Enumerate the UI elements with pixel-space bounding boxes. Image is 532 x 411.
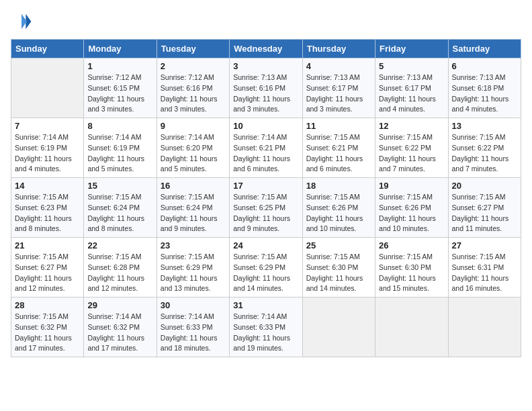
- day-detail: Sunrise: 7:15 AM Sunset: 6:26 PM Dayligh…: [379, 192, 444, 234]
- day-detail: Sunrise: 7:15 AM Sunset: 6:32 PM Dayligh…: [15, 312, 80, 354]
- day-number: 22: [87, 240, 152, 250]
- day-number: 4: [306, 61, 371, 71]
- day-number: 12: [379, 121, 444, 131]
- day-number: 29: [87, 300, 152, 310]
- day-detail: Sunrise: 7:15 AM Sunset: 6:24 PM Dayligh…: [161, 192, 226, 234]
- day-number: 28: [15, 300, 80, 310]
- day-detail: Sunrise: 7:13 AM Sunset: 6:17 PM Dayligh…: [306, 73, 371, 115]
- calendar-cell: 25 Sunrise: 7:15 AM Sunset: 6:30 PM Dayl…: [302, 238, 375, 298]
- calendar-cell: 29 Sunrise: 7:14 AM Sunset: 6:32 PM Dayl…: [84, 298, 157, 357]
- day-detail: Sunrise: 7:15 AM Sunset: 6:23 PM Dayligh…: [15, 192, 80, 234]
- calendar-cell: 10 Sunrise: 7:14 AM Sunset: 6:21 PM Dayl…: [230, 118, 302, 178]
- page-header: [11, 11, 521, 32]
- calendar-cell: 22 Sunrise: 7:15 AM Sunset: 6:28 PM Dayl…: [84, 238, 157, 298]
- day-detail: Sunrise: 7:12 AM Sunset: 6:16 PM Dayligh…: [161, 73, 226, 115]
- calendar-cell: 1 Sunrise: 7:12 AM Sunset: 6:15 PM Dayli…: [84, 58, 157, 118]
- calendar-cell: 31 Sunrise: 7:14 AM Sunset: 6:33 PM Dayl…: [230, 298, 302, 357]
- calendar-cell: 28 Sunrise: 7:15 AM Sunset: 6:32 PM Dayl…: [11, 298, 84, 357]
- day-number: 16: [161, 181, 226, 191]
- day-number: 25: [306, 240, 371, 250]
- day-number: 23: [161, 240, 226, 250]
- calendar-cell: 23 Sunrise: 7:15 AM Sunset: 6:29 PM Dayl…: [157, 238, 229, 298]
- day-number: 7: [15, 121, 80, 131]
- day-detail: Sunrise: 7:15 AM Sunset: 6:26 PM Dayligh…: [306, 192, 371, 234]
- calendar-cell: 12 Sunrise: 7:15 AM Sunset: 6:22 PM Dayl…: [375, 118, 448, 178]
- calendar-cell: 4 Sunrise: 7:13 AM Sunset: 6:17 PM Dayli…: [302, 58, 375, 118]
- day-detail: Sunrise: 7:15 AM Sunset: 6:29 PM Dayligh…: [161, 252, 226, 294]
- day-detail: Sunrise: 7:14 AM Sunset: 6:32 PM Dayligh…: [87, 312, 152, 354]
- calendar-cell: 9 Sunrise: 7:14 AM Sunset: 6:20 PM Dayli…: [157, 118, 229, 178]
- calendar-cell: 3 Sunrise: 7:13 AM Sunset: 6:16 PM Dayli…: [230, 58, 302, 118]
- day-number: 21: [15, 240, 80, 250]
- day-number: 26: [379, 240, 444, 250]
- calendar-cell: 2 Sunrise: 7:12 AM Sunset: 6:16 PM Dayli…: [157, 58, 229, 118]
- calendar-cell: 6 Sunrise: 7:13 AM Sunset: 6:18 PM Dayli…: [448, 58, 521, 118]
- week-row-4: 21 Sunrise: 7:15 AM Sunset: 6:27 PM Dayl…: [11, 238, 521, 298]
- day-detail: Sunrise: 7:15 AM Sunset: 6:30 PM Dayligh…: [306, 252, 371, 294]
- calendar-cell: 13 Sunrise: 7:15 AM Sunset: 6:22 PM Dayl…: [448, 118, 521, 178]
- week-row-1: 1 Sunrise: 7:12 AM Sunset: 6:15 PM Dayli…: [11, 58, 521, 118]
- calendar-cell: 17 Sunrise: 7:15 AM Sunset: 6:25 PM Dayl…: [230, 178, 302, 238]
- calendar-cell: [375, 298, 448, 357]
- week-row-2: 7 Sunrise: 7:14 AM Sunset: 6:19 PM Dayli…: [11, 118, 521, 178]
- calendar-cell: 11 Sunrise: 7:15 AM Sunset: 6:21 PM Dayl…: [302, 118, 375, 178]
- calendar-table: SundayMondayTuesdayWednesdayThursdayFrid…: [11, 39, 521, 357]
- day-detail: Sunrise: 7:15 AM Sunset: 6:25 PM Dayligh…: [233, 192, 298, 234]
- week-row-5: 28 Sunrise: 7:15 AM Sunset: 6:32 PM Dayl…: [11, 298, 521, 357]
- calendar-cell: [11, 58, 84, 118]
- day-number: 10: [233, 121, 298, 131]
- day-detail: Sunrise: 7:15 AM Sunset: 6:21 PM Dayligh…: [306, 132, 371, 175]
- calendar-cell: 24 Sunrise: 7:15 AM Sunset: 6:29 PM Dayl…: [230, 238, 302, 298]
- calendar-cell: 27 Sunrise: 7:15 AM Sunset: 6:31 PM Dayl…: [448, 238, 521, 298]
- day-header-friday: Friday: [375, 40, 448, 58]
- calendar-cell: 20 Sunrise: 7:15 AM Sunset: 6:27 PM Dayl…: [448, 178, 521, 238]
- day-number: 3: [233, 61, 298, 71]
- day-detail: Sunrise: 7:14 AM Sunset: 6:33 PM Dayligh…: [233, 312, 298, 354]
- day-detail: Sunrise: 7:15 AM Sunset: 6:27 PM Dayligh…: [15, 252, 80, 294]
- day-number: 31: [233, 300, 298, 310]
- day-number: 6: [452, 61, 517, 71]
- header-row: SundayMondayTuesdayWednesdayThursdayFrid…: [11, 40, 521, 58]
- day-header-saturday: Saturday: [448, 40, 521, 58]
- day-detail: Sunrise: 7:15 AM Sunset: 6:27 PM Dayligh…: [452, 192, 517, 234]
- calendar-cell: [302, 298, 375, 357]
- calendar-cell: 8 Sunrise: 7:14 AM Sunset: 6:19 PM Dayli…: [84, 118, 157, 178]
- day-number: 8: [87, 121, 152, 131]
- day-detail: Sunrise: 7:14 AM Sunset: 6:19 PM Dayligh…: [15, 132, 80, 175]
- day-detail: Sunrise: 7:13 AM Sunset: 6:18 PM Dayligh…: [452, 73, 517, 115]
- day-detail: Sunrise: 7:12 AM Sunset: 6:15 PM Dayligh…: [87, 73, 152, 115]
- day-header-thursday: Thursday: [302, 40, 375, 58]
- logo-icon: [11, 11, 32, 32]
- day-detail: Sunrise: 7:14 AM Sunset: 6:33 PM Dayligh…: [161, 312, 226, 354]
- week-row-3: 14 Sunrise: 7:15 AM Sunset: 6:23 PM Dayl…: [11, 178, 521, 238]
- calendar-cell: 16 Sunrise: 7:15 AM Sunset: 6:24 PM Dayl…: [157, 178, 229, 238]
- day-detail: Sunrise: 7:13 AM Sunset: 6:17 PM Dayligh…: [379, 73, 444, 115]
- logo: [11, 11, 35, 32]
- day-number: 13: [452, 121, 517, 131]
- day-detail: Sunrise: 7:14 AM Sunset: 6:21 PM Dayligh…: [233, 132, 298, 175]
- calendar-cell: 19 Sunrise: 7:15 AM Sunset: 6:26 PM Dayl…: [375, 178, 448, 238]
- day-header-tuesday: Tuesday: [157, 40, 229, 58]
- day-detail: Sunrise: 7:15 AM Sunset: 6:24 PM Dayligh…: [87, 192, 152, 234]
- day-number: 27: [452, 240, 517, 250]
- calendar-cell: 7 Sunrise: 7:14 AM Sunset: 6:19 PM Dayli…: [11, 118, 84, 178]
- day-detail: Sunrise: 7:15 AM Sunset: 6:31 PM Dayligh…: [452, 252, 517, 294]
- day-detail: Sunrise: 7:15 AM Sunset: 6:28 PM Dayligh…: [87, 252, 152, 294]
- calendar-cell: 5 Sunrise: 7:13 AM Sunset: 6:17 PM Dayli…: [375, 58, 448, 118]
- calendar-cell: 15 Sunrise: 7:15 AM Sunset: 6:24 PM Dayl…: [84, 178, 157, 238]
- calendar-cell: 21 Sunrise: 7:15 AM Sunset: 6:27 PM Dayl…: [11, 238, 84, 298]
- day-number: 17: [233, 181, 298, 191]
- day-number: 2: [161, 61, 226, 71]
- calendar-cell: 30 Sunrise: 7:14 AM Sunset: 6:33 PM Dayl…: [157, 298, 229, 357]
- day-number: 19: [379, 181, 444, 191]
- day-number: 14: [15, 181, 80, 191]
- day-number: 15: [87, 181, 152, 191]
- day-number: 30: [161, 300, 226, 310]
- day-detail: Sunrise: 7:15 AM Sunset: 6:22 PM Dayligh…: [379, 132, 444, 175]
- calendar-cell: 26 Sunrise: 7:15 AM Sunset: 6:30 PM Dayl…: [375, 238, 448, 298]
- day-number: 9: [161, 121, 226, 131]
- day-detail: Sunrise: 7:14 AM Sunset: 6:20 PM Dayligh…: [161, 132, 226, 175]
- day-detail: Sunrise: 7:15 AM Sunset: 6:30 PM Dayligh…: [379, 252, 444, 294]
- day-header-sunday: Sunday: [11, 40, 84, 58]
- day-number: 24: [233, 240, 298, 250]
